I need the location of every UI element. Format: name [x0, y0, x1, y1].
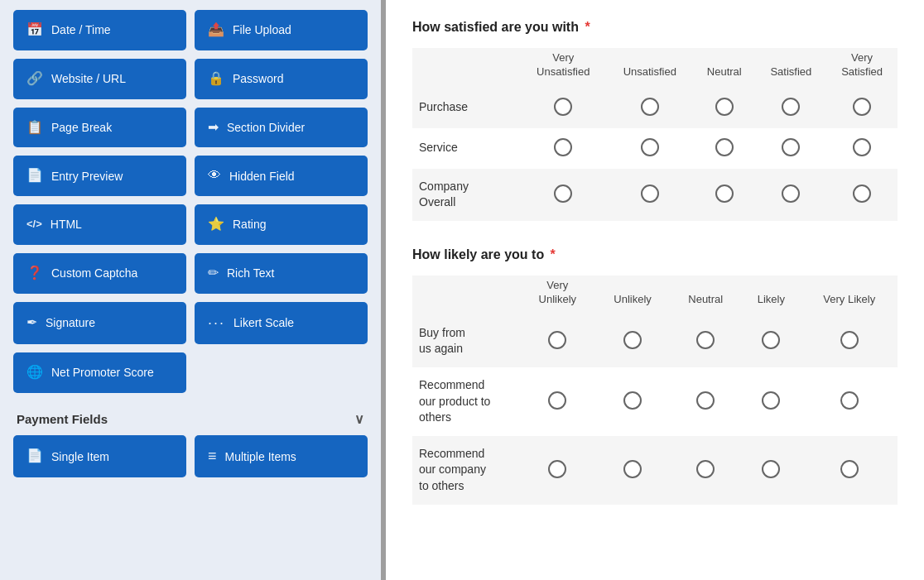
radio-cell [671, 436, 741, 505]
field-btn-net-promoter-score[interactable]: 🌐 Net Promoter Score [13, 352, 186, 393]
field-label-file-upload: File Upload [233, 22, 291, 37]
row-label-company-overall: CompanyOverall [412, 169, 520, 221]
captcha-icon: ❓ [26, 265, 43, 282]
radio-cell [607, 169, 694, 221]
radio-rec-company-unlikely[interactable] [623, 460, 642, 478]
field-btn-custom-captcha[interactable]: ❓ Custom Captcha [13, 253, 186, 294]
field-btn-file-upload[interactable]: 📤 File Upload [195, 10, 368, 50]
field-label-custom-captcha: Custom Captcha [51, 266, 137, 280]
col-header-likely: Likely [741, 276, 801, 315]
radio-rec-product-very-likely[interactable] [840, 391, 859, 410]
radio-rec-company-very-unlikely[interactable] [548, 460, 566, 478]
radio-service-unsatisfied[interactable] [641, 138, 659, 156]
field-btn-likert-scale[interactable]: ··· Likert Scale [195, 302, 368, 344]
radio-company-unsatisfied[interactable] [641, 185, 659, 203]
field-btn-website-url[interactable]: 🔗 Website / URL [13, 59, 186, 99]
link-icon: 🔗 [26, 70, 43, 88]
radio-cell [693, 88, 755, 128]
field-btn-rich-text[interactable]: ✏ Rich Text [195, 253, 368, 294]
matrix-header-row-2: VeryUnlikely Unlikely Neutral Likely Ver… [412, 276, 898, 315]
field-btn-entry-preview[interactable]: 📄 Entry Preview [13, 156, 186, 196]
table-row: Recommendour companyto others [412, 436, 898, 505]
radio-cell [755, 128, 826, 169]
field-label-net-promoter-score: Net Promoter Score [51, 365, 154, 380]
table-row: Buy fromus again [412, 315, 898, 367]
payment-fields-section[interactable]: Payment Fields ∨ [13, 401, 368, 435]
radio-rec-company-neutral[interactable] [696, 460, 715, 478]
field-btn-section-divider[interactable]: ➡ Section Divider [195, 108, 368, 148]
field-label-likert-scale: Likert Scale [233, 315, 294, 330]
field-label-entry-preview: Entry Preview [51, 169, 123, 184]
field-btn-signature[interactable]: ✒ Signature [13, 302, 186, 344]
field-btn-page-break[interactable]: 📋 Page Break [13, 108, 186, 148]
radio-cell [520, 128, 607, 169]
calendar-icon: 📅 [26, 22, 43, 39]
radio-cell [826, 169, 898, 221]
radio-cell [520, 367, 595, 436]
radio-service-neutral[interactable] [715, 138, 734, 156]
field-label-hidden-field: Hidden Field [229, 169, 295, 184]
field-btn-password[interactable]: 🔒 Password [195, 59, 368, 99]
field-btn-hidden-field[interactable]: 👁 Hidden Field [195, 156, 368, 196]
table-row: Service [412, 128, 898, 169]
radio-company-satisfied[interactable] [782, 185, 800, 203]
radio-purchase-very-satisfied[interactable] [853, 98, 871, 116]
field-btn-html[interactable]: </> HTML [13, 204, 186, 245]
radio-rec-product-neutral[interactable] [696, 391, 715, 410]
radio-company-neutral[interactable] [715, 185, 734, 203]
radio-buy-likely[interactable] [762, 331, 780, 349]
radio-cell [801, 436, 898, 505]
radio-company-very-satisfied[interactable] [853, 185, 871, 203]
radio-service-very-satisfied[interactable] [853, 138, 871, 156]
right-panel: How satisfied are you with * VeryUnsatis… [386, 0, 924, 580]
col-header-very-satisfied: VerySatisfied [826, 48, 898, 88]
radio-cell [693, 128, 755, 169]
hidden-icon: 👁 [208, 167, 221, 185]
field-label-rich-text: Rich Text [227, 266, 274, 280]
required-marker-1: * [581, 20, 590, 34]
field-btn-multiple-items[interactable]: ≡ Multiple Items [195, 435, 368, 477]
radio-cell [755, 169, 826, 221]
row-label-purchase: Purchase [412, 88, 520, 128]
radio-buy-very-unlikely[interactable] [548, 331, 566, 349]
radio-cell [671, 315, 741, 367]
field-btn-single-item[interactable]: 📄 Single Item [13, 435, 186, 477]
field-label-single-item: Single Item [51, 449, 109, 464]
radio-service-very-unsatisfied[interactable] [554, 138, 572, 156]
radio-rec-product-likely[interactable] [762, 391, 780, 410]
likert-icon: ··· [208, 314, 225, 333]
radio-buy-neutral[interactable] [696, 331, 715, 349]
radio-cell [741, 436, 801, 505]
radio-purchase-very-unsatisfied[interactable] [554, 98, 572, 116]
radio-cell [520, 436, 595, 505]
radio-buy-very-likely[interactable] [840, 331, 859, 349]
radio-rec-product-very-unlikely[interactable] [548, 391, 566, 410]
col-header-neutral-2: Neutral [671, 276, 741, 315]
radio-purchase-neutral[interactable] [715, 98, 734, 116]
matrix-header-row-1: VeryUnsatisfied Unsatisfied Neutral Sati… [412, 48, 898, 88]
radio-rec-company-likely[interactable] [762, 460, 780, 478]
field-label-rating: Rating [233, 217, 266, 232]
field-btn-date-time[interactable]: 📅 Date / Time [13, 10, 186, 50]
radio-rec-product-unlikely[interactable] [623, 391, 642, 410]
radio-company-very-unsatisfied[interactable] [554, 185, 572, 203]
col-header-unlikely: Unlikely [595, 276, 671, 315]
rich-text-icon: ✏ [208, 265, 219, 282]
radio-service-satisfied[interactable] [782, 138, 800, 156]
radio-cell [671, 367, 741, 436]
radio-purchase-unsatisfied[interactable] [641, 98, 659, 116]
payment-fields-grid: 📄 Single Item ≡ Multiple Items [13, 435, 368, 477]
html-icon: </> [26, 218, 42, 232]
field-label-html: HTML [51, 217, 82, 232]
radio-cell [520, 169, 607, 221]
radio-cell [801, 315, 898, 367]
radio-rec-company-very-likely[interactable] [840, 460, 859, 478]
row-label-service: Service [412, 128, 520, 169]
radio-buy-unlikely[interactable] [623, 331, 642, 349]
col-header-unsatisfied: Unsatisfied [607, 48, 694, 88]
upload-icon: 📤 [208, 22, 224, 39]
field-label-multiple-items: Multiple Items [225, 449, 296, 464]
radio-purchase-satisfied[interactable] [782, 98, 800, 116]
field-btn-rating[interactable]: ⭐ Rating [195, 204, 368, 245]
chevron-down-icon: ∨ [354, 411, 364, 427]
